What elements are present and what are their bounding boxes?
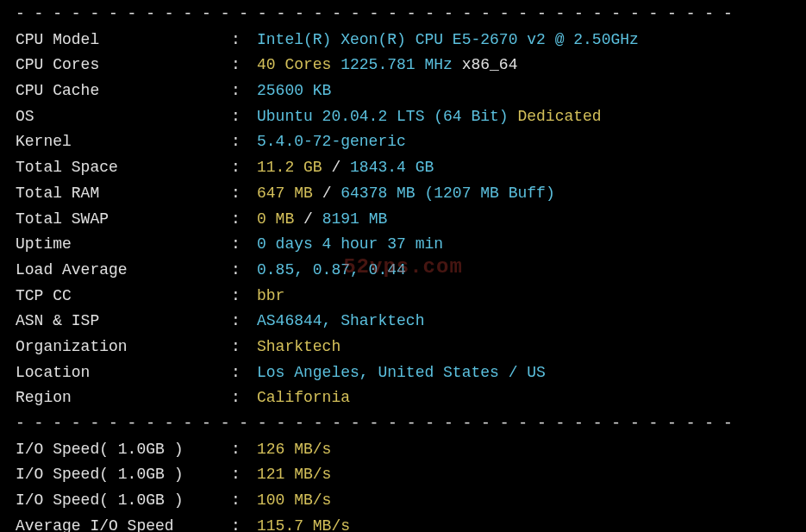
info-row: ASN & ISP: AS46844, Sharktech	[0, 309, 806, 335]
value-segment: 25600 KB	[257, 82, 331, 99]
info-value: Sharktech	[257, 335, 806, 360]
value-segment: Intel(R) Xeon(R) CPU E5-2670 v2 @ 2.50GH…	[257, 31, 639, 48]
value-segment: 5.4.0-72-generic	[257, 133, 406, 150]
colon: :	[231, 155, 257, 181]
colon: :	[231, 104, 257, 130]
value-segment: 64378 MB	[341, 185, 424, 202]
value-segment: /	[322, 185, 341, 202]
info-row: CPU Model: Intel(R) Xeon(R) CPU E5-2670 …	[0, 28, 806, 53]
value-segment: 0.85, 0.87, 0.44	[257, 261, 406, 279]
value-segment: 8191 MB	[322, 210, 388, 228]
info-value: AS46844, Sharktech	[257, 309, 806, 335]
info-value: bbr	[257, 284, 806, 310]
colon: :	[231, 28, 257, 53]
colon: :	[231, 360, 257, 386]
colon: :	[231, 78, 257, 104]
colon: :	[231, 232, 257, 258]
info-row: Total Space: 11.2 GB / 1843.4 GB	[0, 155, 806, 181]
info-row: Total RAM: 647 MB / 64378 MB (1207 MB Bu…	[0, 181, 806, 207]
value-segment: Ubuntu 20.04.2 LTS (64 Bit)	[257, 108, 517, 125]
info-label: CPU Model	[16, 28, 231, 53]
io-row: Average I/O Speed: 115.7 MB/s	[0, 514, 806, 532]
info-row: Kernel: 5.4.0-72-generic	[0, 129, 806, 155]
io-label: I/O Speed( 1.0GB )	[16, 488, 231, 514]
info-value: Los Angeles, United States / US	[257, 360, 806, 386]
info-label: Region	[16, 385, 231, 411]
info-row: Organization: Sharktech	[0, 335, 806, 360]
info-value: 0.85, 0.87, 0.44	[257, 258, 806, 284]
info-label: TCP CC	[16, 284, 231, 310]
divider-mid: - - - - - - - - - - - - - - - - - - - - …	[0, 411, 806, 437]
info-label: Total RAM	[16, 181, 231, 207]
value-segment: 1225.781 MHz	[341, 56, 461, 73]
info-value: 0 MB / 8191 MB	[257, 207, 806, 233]
io-label: I/O Speed( 1.0GB )	[16, 462, 231, 488]
io-row: I/O Speed( 1.0GB ): 121 MB/s	[0, 462, 806, 488]
value-segment: (1207 MB Buff)	[424, 185, 554, 202]
colon: :	[231, 53, 257, 78]
info-value: 25600 KB	[257, 78, 806, 104]
info-row: OS: Ubuntu 20.04.2 LTS (64 Bit) Dedicate…	[0, 104, 806, 130]
colon: :	[231, 309, 257, 335]
info-label: Kernel	[16, 129, 231, 155]
info-label: Uptime	[16, 232, 231, 258]
io-row: I/O Speed( 1.0GB ): 100 MB/s	[0, 488, 806, 514]
colon: :	[231, 437, 257, 463]
value-segment: Los Angeles, United States / US	[257, 364, 546, 381]
colon: :	[231, 207, 257, 233]
value-segment: Dedicated	[517, 108, 601, 125]
info-label: Total Space	[16, 155, 231, 181]
info-label: CPU Cores	[16, 53, 231, 78]
colon: :	[231, 284, 257, 310]
info-row: Location: Los Angeles, United States / U…	[0, 360, 806, 386]
value-segment: AS46844, Sharktech	[257, 312, 424, 329]
info-value: Ubuntu 20.04.2 LTS (64 Bit) Dedicated	[257, 104, 806, 130]
info-value: 40 Cores 1225.781 MHz x86_64	[257, 53, 806, 78]
info-value: 0 days 4 hour 37 min	[257, 232, 806, 258]
value-segment: 647 MB	[257, 185, 322, 202]
value-segment: /	[303, 210, 322, 228]
divider-top: - - - - - - - - - - - - - - - - - - - - …	[0, 2, 806, 28]
colon: :	[231, 488, 257, 514]
io-value: 126 MB/s	[257, 437, 331, 463]
io-value: 121 MB/s	[257, 462, 331, 488]
info-row: Total SWAP: 0 MB / 8191 MB	[0, 207, 806, 233]
info-row: CPU Cache: 25600 KB	[0, 78, 806, 104]
value-segment: bbr	[257, 287, 284, 304]
value-segment: x86_64	[462, 56, 518, 73]
info-label: Organization	[16, 335, 231, 360]
io-row: I/O Speed( 1.0GB ): 126 MB/s	[0, 437, 806, 463]
colon: :	[231, 181, 257, 207]
io-label: Average I/O Speed	[16, 514, 231, 532]
value-segment: 1843.4 GB	[350, 159, 434, 176]
colon: :	[231, 462, 257, 488]
info-label: CPU Cache	[16, 78, 231, 104]
info-row: Region: California	[0, 385, 806, 411]
info-label: ASN & ISP	[16, 309, 231, 335]
info-value: 5.4.0-72-generic	[257, 129, 806, 155]
info-value: Intel(R) Xeon(R) CPU E5-2670 v2 @ 2.50GH…	[257, 28, 806, 53]
value-segment: 40 Cores	[257, 56, 341, 73]
info-row: TCP CC: bbr	[0, 284, 806, 310]
colon: :	[231, 129, 257, 155]
value-segment: 11.2 GB	[257, 159, 331, 176]
io-label: I/O Speed( 1.0GB )	[16, 437, 231, 463]
info-label: OS	[16, 104, 231, 130]
io-value: 115.7 MB/s	[257, 514, 350, 532]
value-segment: 0 MB	[257, 210, 303, 228]
info-row: Uptime: 0 days 4 hour 37 min	[0, 232, 806, 258]
info-label: Load Average	[16, 258, 231, 284]
info-value: California	[257, 385, 806, 411]
info-value: 647 MB / 64378 MB (1207 MB Buff)	[257, 181, 806, 207]
colon: :	[231, 514, 257, 532]
colon: :	[231, 335, 257, 360]
value-segment: 0 days 4 hour 37 min	[257, 235, 443, 253]
info-label: Total SWAP	[16, 207, 231, 233]
colon: :	[231, 258, 257, 284]
info-row: CPU Cores: 40 Cores 1225.781 MHz x86_64	[0, 53, 806, 78]
info-row: Load Average: 0.85, 0.87, 0.44	[0, 258, 806, 284]
value-segment: California	[257, 389, 350, 406]
value-segment: /	[331, 159, 350, 176]
info-value: 11.2 GB / 1843.4 GB	[257, 155, 806, 181]
colon: :	[231, 385, 257, 411]
